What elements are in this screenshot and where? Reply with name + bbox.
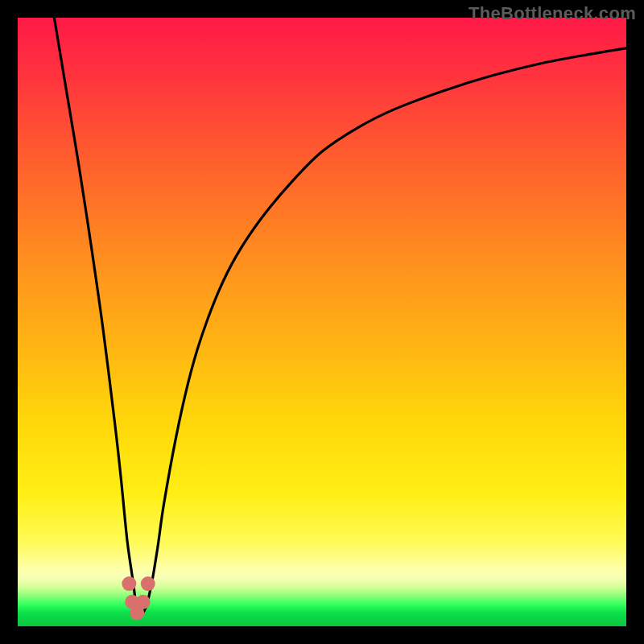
plot-area (18, 18, 626, 626)
bottleneck-curve (54, 18, 626, 614)
curve-layer (18, 18, 626, 626)
chart-frame: TheBottleneck.com (0, 0, 644, 644)
min-marker-left (122, 576, 136, 591)
watermark-text: TheBottleneck.com (469, 3, 636, 24)
min-marker-right (141, 576, 155, 591)
min-marker-right2 (136, 595, 151, 609)
min-markers (122, 576, 155, 620)
